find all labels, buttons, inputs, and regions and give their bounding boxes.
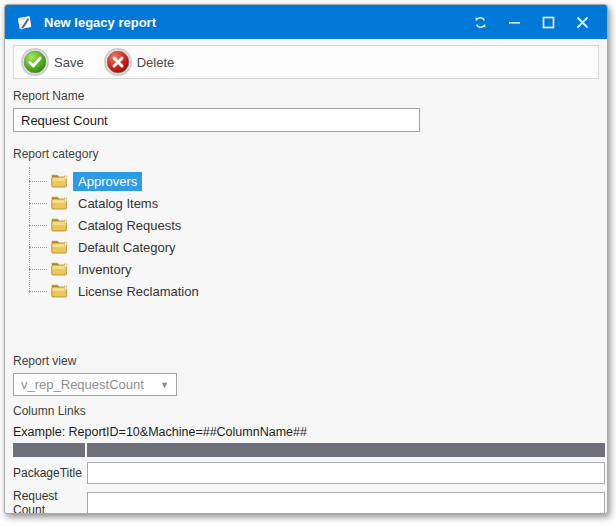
dialog-window: New legacy report (4, 4, 608, 514)
column-links-label: Column Links (13, 404, 599, 418)
new-report-icon (15, 12, 35, 32)
tree-item[interactable]: Approvers (29, 170, 599, 192)
tree-item-label: Default Category (73, 238, 181, 257)
column-links-grid: PackageTitle Request Count (13, 462, 599, 514)
column-link-label: PackageTitle (13, 466, 87, 480)
chevron-down-icon: ▼ (160, 380, 169, 390)
grid-header-cell (87, 443, 605, 457)
column-links-example: Example: ReportID=10&Machine=##ColumnNam… (13, 425, 599, 439)
grid-header-cell (13, 443, 85, 457)
category-tree: Approvers Catalog Items Catalog Requests (29, 170, 599, 304)
delete-button-label: Delete (137, 55, 175, 70)
column-link-row: Request Count (13, 489, 605, 514)
window-title: New legacy report (44, 15, 156, 30)
tree-item-label: Catalog Items (73, 194, 163, 213)
form-area: Report Name Report category Approvers Ca… (5, 79, 607, 514)
delete-button[interactable]: Delete (106, 50, 175, 74)
column-link-input[interactable] (87, 462, 605, 484)
tree-item-label: Catalog Requests (73, 216, 186, 235)
tree-item-label: License Reclamation (73, 282, 204, 301)
tree-item[interactable]: Inventory (29, 258, 599, 280)
save-button-label: Save (54, 55, 84, 70)
tree-item[interactable]: Catalog Items (29, 192, 599, 214)
folder-icon (51, 284, 68, 298)
report-view-dropdown[interactable]: v_rep_RequestCount ▼ (13, 373, 177, 396)
delete-x-icon (106, 50, 130, 74)
folder-icon (51, 174, 68, 188)
close-button[interactable] (569, 10, 595, 34)
report-name-input[interactable] (13, 108, 420, 132)
folder-icon (51, 218, 68, 232)
folder-icon (51, 262, 68, 276)
tree-item-label: Inventory (73, 260, 136, 279)
column-link-row: PackageTitle (13, 462, 605, 484)
report-category-label: Report category (13, 147, 599, 161)
column-link-label: Request Count (13, 489, 87, 514)
toolbar: Save Delete (13, 45, 599, 79)
maximize-button[interactable] (535, 10, 561, 34)
report-name-label: Report Name (13, 89, 599, 103)
title-bar: New legacy report (5, 5, 607, 39)
refresh-button[interactable] (467, 10, 493, 34)
report-view-value: v_rep_RequestCount (21, 377, 160, 392)
tree-item-label: Approvers (73, 172, 142, 191)
folder-icon (51, 240, 68, 254)
minimize-button[interactable] (501, 10, 527, 34)
save-button[interactable]: Save (23, 50, 84, 74)
tree-item[interactable]: Default Category (29, 236, 599, 258)
report-view-label: Report view (13, 354, 599, 368)
folder-icon (51, 196, 68, 210)
column-link-input[interactable] (87, 492, 605, 514)
tree-item[interactable]: Catalog Requests (29, 214, 599, 236)
window-controls (467, 10, 595, 34)
tree-item[interactable]: License Reclamation (29, 280, 599, 302)
column-links-grid-header (13, 443, 605, 457)
save-check-icon (23, 50, 47, 74)
